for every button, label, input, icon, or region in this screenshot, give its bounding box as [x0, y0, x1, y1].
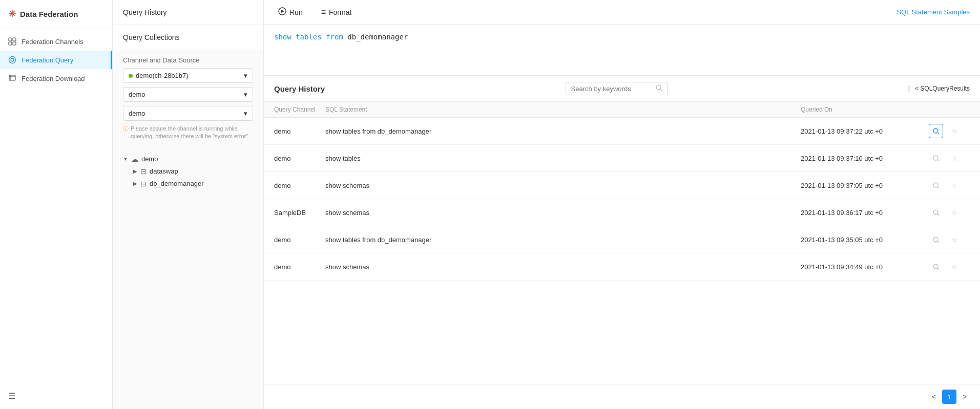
tree-child-db-demomanager[interactable]: ▶ ⊟ db_demomanager [133, 178, 253, 190]
tree-label-db: db_demomanager [150, 180, 204, 187]
svg-rect-1 [13, 38, 16, 41]
tab-query-history[interactable]: Query History [113, 0, 263, 25]
query-button[interactable] [929, 124, 943, 138]
svg-point-4 [9, 57, 16, 63]
history-header: Query History < SQLQueryResults [264, 76, 980, 102]
svg-marker-10 [281, 10, 284, 13]
query-button[interactable] [929, 151, 943, 165]
table-row: SampleDB show schemas 2021-01-13 09:36:1… [264, 199, 980, 226]
run-button[interactable]: Run [274, 5, 307, 19]
search-input[interactable] [571, 85, 653, 93]
svg-rect-3 [13, 42, 16, 45]
row-queried-on: 2021-01-13 09:34:49 utc +0 [801, 263, 929, 271]
channel-section: Channel and Data Source demo(ch-28b1b7) … [113, 50, 263, 147]
svg-point-21 [933, 237, 938, 242]
svg-rect-2 [9, 42, 12, 45]
svg-line-14 [937, 133, 939, 134]
row-channel: demo [274, 182, 325, 189]
row-queried-on: 2021-01-13 09:37:10 utc +0 [801, 155, 929, 162]
run-label: Run [289, 8, 303, 16]
svg-point-11 [656, 85, 661, 90]
row-statement: show tables from db_demomanager [325, 127, 801, 135]
row-actions: ☆ [929, 232, 970, 247]
sidebar-item-federation-download[interactable]: Federation Download [0, 69, 112, 88]
svg-line-22 [937, 241, 939, 243]
col-header-actions [929, 106, 970, 113]
tree-label-dataswap: dataswap [150, 167, 178, 175]
pagination: < 1 > [264, 384, 980, 409]
run-icon [278, 7, 286, 17]
middle-panel: Query History Query Collections Channel … [113, 0, 264, 409]
tree-arrow-db: ▶ [133, 181, 137, 186]
channel-select-demo2[interactable]: demo ▾ [123, 106, 253, 121]
prev-page-button[interactable]: < [929, 391, 939, 403]
chevron-down-icon: ▾ [244, 110, 247, 117]
svg-line-18 [937, 187, 939, 188]
star-button[interactable]: ☆ [947, 124, 962, 138]
svg-line-24 [937, 268, 939, 270]
star-button[interactable]: ☆ [947, 178, 962, 192]
table-row: demo show schemas 2021-01-13 09:37:05 ut… [264, 172, 980, 199]
row-queried-on: 2021-01-13 09:37:22 utc +0 [801, 127, 929, 135]
sql-table: db_demomanager [347, 33, 408, 41]
table-header: Query Channel SQL Statement Queried On [264, 102, 980, 118]
channel-select-main[interactable]: demo(ch-28b1b7) ▾ [123, 68, 253, 83]
col-header-statement: SQL Statement [325, 106, 801, 113]
query-button[interactable] [929, 232, 943, 247]
sql-editor[interactable]: show tables from db_demomanager [264, 25, 980, 76]
sidebar: ✳ Data Federation Federation Channels [0, 0, 113, 409]
star-button[interactable]: ☆ [947, 151, 962, 165]
row-actions: ☆ [929, 151, 970, 165]
row-actions: ☆ [929, 124, 970, 138]
row-actions: ☆ [929, 178, 970, 192]
star-button[interactable]: ☆ [947, 205, 962, 220]
tree-arrow-root: ▼ [123, 156, 128, 162]
svg-line-12 [660, 89, 662, 91]
format-button[interactable]: ≡ Format [317, 6, 356, 19]
sidebar-item-label: Federation Download [22, 75, 85, 82]
row-statement: show tables [325, 155, 801, 162]
sidebar-item-label: Federation Channels [22, 38, 84, 46]
tab-query-collections[interactable]: Query Collections [113, 25, 263, 50]
history-title: Query History [274, 84, 325, 93]
sql-samples-link[interactable]: SQL Statement Samples [896, 8, 970, 16]
download-icon [8, 74, 16, 82]
col-header-queried-on: Queried On [801, 106, 929, 113]
svg-point-19 [933, 210, 938, 214]
history-panel: Query History < SQLQueryResults Query Ch… [264, 76, 980, 409]
menu-icon[interactable]: ☰ [8, 392, 15, 400]
app-logo: ✳ Data Federation [0, 0, 112, 28]
chevron-down-icon: ▾ [244, 91, 247, 98]
row-statement: show schemas [325, 263, 801, 271]
star-button[interactable]: ☆ [947, 232, 962, 247]
channel-status-dot [129, 74, 133, 78]
query-button[interactable] [929, 260, 943, 274]
sidebar-item-federation-channels[interactable]: Federation Channels [0, 32, 112, 51]
row-channel: SampleDB [274, 209, 325, 217]
tree-root-label: demo [141, 155, 158, 163]
star-button[interactable]: ☆ [947, 260, 962, 274]
query-button[interactable] [929, 178, 943, 192]
grid-icon [8, 37, 16, 46]
table-icon-dataswap: ⊟ [140, 167, 147, 176]
history-search-box[interactable] [566, 82, 668, 95]
tree-root-item[interactable]: ▼ ☁ demo [123, 153, 253, 165]
row-channel: demo [274, 155, 325, 162]
row-statement: show schemas [325, 182, 801, 189]
row-queried-on: 2021-01-13 09:36:17 utc +0 [801, 209, 929, 217]
col-header-channel: Query Channel [274, 106, 325, 113]
chevron-down-icon: ▾ [244, 72, 247, 79]
sidebar-nav: Federation Channels Federation Query Fed… [0, 28, 112, 92]
channel-select-demo1[interactable]: demo ▾ [123, 87, 253, 102]
toolbar-left: Run ≡ Format [274, 5, 356, 19]
sidebar-item-federation-query[interactable]: Federation Query [0, 51, 112, 69]
tree-children: ▶ ⊟ dataswap ▶ ⊟ db_demomanager [123, 165, 253, 190]
row-queried-on: 2021-01-13 09:37:05 utc +0 [801, 182, 929, 189]
row-queried-on: 2021-01-13 09:35:05 utc +0 [801, 236, 929, 244]
next-page-button[interactable]: > [960, 391, 970, 403]
page-1-button[interactable]: 1 [942, 390, 956, 404]
sql-query-results-btn[interactable]: < SQLQueryResults [908, 85, 970, 92]
query-button[interactable] [929, 205, 943, 220]
tree-arrow-dataswap: ▶ [133, 168, 137, 174]
tree-child-dataswap[interactable]: ▶ ⊟ dataswap [133, 165, 253, 178]
